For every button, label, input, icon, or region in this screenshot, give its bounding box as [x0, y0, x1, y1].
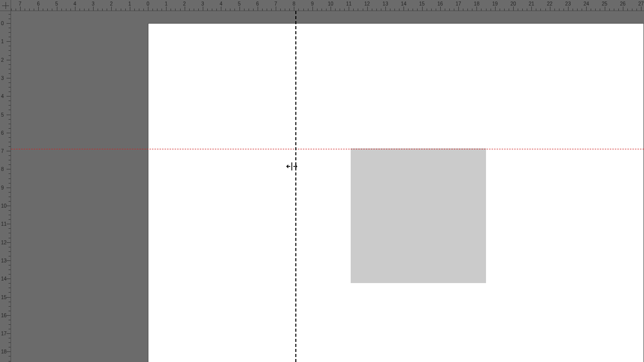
v-ruler-minor-tick — [9, 356, 11, 356]
v-ruler-minor-tick — [9, 247, 11, 247]
h-ruler-tick — [623, 7, 623, 11]
v-ruler-label: 5 — [1, 112, 4, 117]
h-ruler-minor-tick — [427, 9, 427, 11]
v-ruler-label: 0 — [1, 21, 4, 26]
h-ruler-label: 19 — [492, 1, 498, 7]
h-ruler-tick — [531, 7, 532, 11]
h-ruler-tick — [312, 7, 313, 11]
v-ruler-minor-tick — [9, 233, 11, 233]
horizontal-snap-line[interactable] — [11, 149, 644, 149]
h-ruler-minor-tick — [61, 9, 62, 11]
v-ruler-minor-tick — [9, 101, 11, 101]
h-ruler-minor-tick — [216, 9, 217, 11]
v-ruler-tick — [7, 224, 11, 224]
h-ruler-minor-tick — [504, 9, 505, 11]
h-ruler-minor-tick — [11, 9, 12, 11]
h-ruler-tick — [331, 7, 331, 11]
h-ruler-tick — [568, 7, 569, 11]
h-ruler-minor-tick — [527, 9, 527, 11]
shape-rectangle[interactable] — [351, 148, 486, 284]
v-ruler-tick — [7, 169, 11, 169]
v-ruler-label: 4 — [1, 94, 4, 99]
h-ruler-label: 24 — [584, 1, 589, 7]
h-ruler-minor-tick — [180, 9, 181, 11]
h-ruler-minor-tick — [536, 9, 536, 11]
h-ruler-label: 7 — [19, 1, 22, 7]
v-ruler-tick — [7, 333, 11, 334]
v-ruler-tick — [7, 151, 11, 151]
h-ruler-minor-tick — [591, 9, 591, 11]
h-ruler-minor-tick — [353, 9, 354, 11]
h-ruler-minor-tick — [445, 9, 445, 11]
v-ruler-tick — [7, 279, 11, 279]
h-ruler-minor-tick — [175, 9, 176, 11]
v-ruler-tick — [7, 41, 11, 42]
v-ruler-minor-tick — [9, 265, 11, 265]
h-ruler-tick — [404, 7, 404, 11]
h-ruler-tick — [93, 7, 94, 11]
h-ruler-minor-tick — [285, 9, 285, 11]
h-ruler-minor-tick — [267, 9, 267, 11]
v-ruler-minor-tick — [9, 82, 11, 83]
h-ruler-minor-tick — [303, 9, 304, 11]
v-ruler-minor-tick — [9, 288, 11, 288]
h-ruler-tick — [258, 7, 258, 11]
h-ruler-tick — [422, 7, 423, 11]
h-ruler-minor-tick — [134, 9, 135, 11]
h-ruler-minor-tick — [390, 9, 390, 11]
h-ruler-minor-tick — [116, 9, 116, 11]
v-ruler-minor-tick — [9, 210, 11, 211]
h-ruler-minor-tick — [335, 9, 336, 11]
ruler-origin-corner[interactable] — [0, 0, 11, 11]
v-ruler-label: 9 — [1, 185, 4, 190]
h-ruler-minor-tick — [198, 9, 199, 11]
workspace[interactable] — [11, 11, 644, 362]
v-ruler-tick — [7, 242, 11, 243]
v-ruler-minor-tick — [9, 119, 11, 120]
h-ruler-minor-tick — [289, 9, 290, 11]
vertical-snap-line[interactable] — [295, 11, 296, 362]
v-ruler-minor-tick — [9, 302, 11, 302]
h-ruler-minor-tick — [66, 9, 66, 11]
horizontal-ruler[interactable]: 8765432101234567891011121314151617181920… — [11, 0, 644, 11]
vertical-ruler[interactable]: 1012345678910111213141516171819 — [0, 11, 11, 362]
h-ruler-label: 3 — [92, 1, 95, 7]
h-ruler-minor-tick — [467, 9, 468, 11]
v-ruler-minor-tick — [9, 215, 11, 215]
v-ruler-minor-tick — [9, 105, 11, 106]
h-ruler-minor-tick — [89, 9, 89, 11]
h-ruler-label: 23 — [565, 1, 571, 7]
h-ruler-minor-tick — [298, 9, 299, 11]
v-ruler-minor-tick — [9, 219, 11, 220]
h-ruler-minor-tick — [344, 9, 345, 11]
h-ruler-tick — [166, 7, 167, 11]
h-ruler-minor-tick — [540, 9, 541, 11]
h-ruler-label: 7 — [274, 1, 277, 7]
v-ruler-minor-tick — [9, 73, 11, 74]
h-ruler-label: 9 — [311, 1, 314, 7]
h-ruler-minor-tick — [326, 9, 327, 11]
v-ruler-minor-tick — [9, 128, 11, 129]
h-ruler-tick — [111, 7, 112, 11]
h-ruler-tick — [38, 7, 39, 11]
h-ruler-tick — [185, 7, 185, 11]
v-ruler-minor-tick — [9, 274, 11, 275]
v-ruler-label: 16 — [1, 312, 7, 318]
h-ruler-label: 11 — [346, 1, 352, 7]
v-ruler-minor-tick — [9, 269, 11, 270]
v-ruler-minor-tick — [9, 256, 11, 256]
h-ruler-label: 6 — [256, 1, 259, 7]
v-ruler-minor-tick — [9, 155, 11, 156]
h-ruler-minor-tick — [518, 9, 518, 11]
v-ruler-minor-tick — [9, 142, 11, 142]
v-ruler-minor-tick — [9, 46, 11, 46]
h-ruler-minor-tick — [125, 9, 126, 11]
h-ruler-minor-tick — [262, 9, 263, 11]
h-ruler-tick — [349, 7, 349, 11]
h-ruler-minor-tick — [431, 9, 432, 11]
h-ruler-minor-tick — [509, 9, 509, 11]
v-ruler-minor-tick — [9, 28, 11, 28]
h-ruler-label: 1 — [128, 1, 131, 7]
h-ruler-minor-tick — [449, 9, 450, 11]
h-ruler-tick — [586, 7, 587, 11]
